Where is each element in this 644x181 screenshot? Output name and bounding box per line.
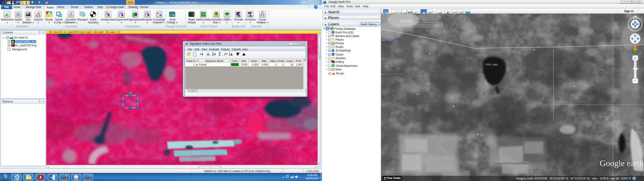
svg-text:4/24/2000: 4/24/2000	[399, 19, 413, 23]
svg-text:W: W	[50, 176, 54, 179]
svg-text:Σ: Σ	[219, 52, 221, 56]
svg-text:+: +	[634, 56, 636, 60]
svg-text:−: −	[634, 78, 636, 83]
svg-text:+: +	[200, 52, 202, 56]
svg-text:N: N	[634, 16, 636, 19]
